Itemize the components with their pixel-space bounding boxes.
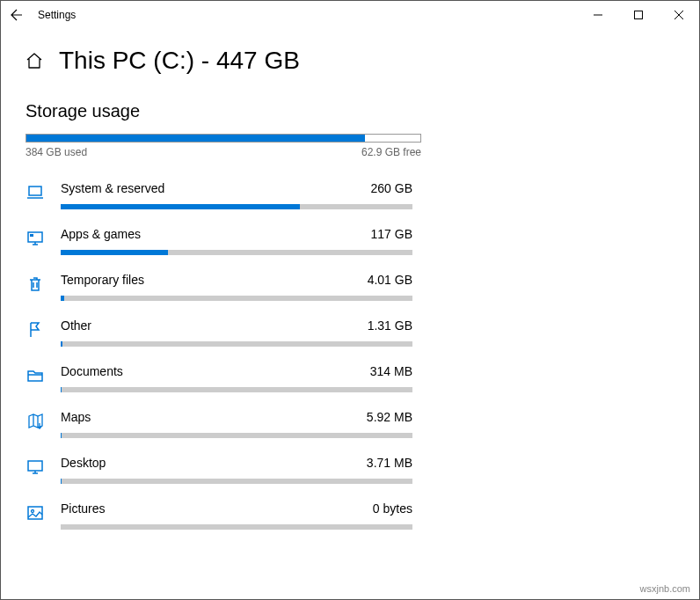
trash-icon bbox=[26, 274, 45, 294]
svg-rect-0 bbox=[635, 11, 643, 19]
category-size: 5.92 MB bbox=[367, 410, 412, 424]
picture-icon bbox=[26, 503, 45, 523]
category-name: Desktop bbox=[61, 456, 106, 470]
category-bar bbox=[61, 250, 412, 255]
category-bar bbox=[61, 296, 412, 301]
free-label: 62.9 GB free bbox=[361, 146, 421, 158]
svg-rect-3 bbox=[30, 234, 33, 237]
category-bar bbox=[61, 524, 412, 530]
category-row[interactable]: Pictures0 bytes bbox=[26, 493, 674, 538]
home-icon[interactable] bbox=[26, 52, 43, 70]
category-bar bbox=[61, 479, 412, 484]
laptop-icon bbox=[26, 183, 45, 202]
category-name: Documents bbox=[61, 364, 123, 378]
svg-rect-1 bbox=[29, 187, 41, 195]
watermark: wsxjnb.com bbox=[640, 583, 690, 594]
maximize-button[interactable] bbox=[618, 1, 659, 29]
category-row[interactable]: Apps & games117 GB bbox=[26, 218, 674, 264]
category-row[interactable]: Maps5.92 MB bbox=[26, 401, 674, 447]
page-title: This PC (C:) - 447 GB bbox=[59, 47, 300, 75]
window-title: Settings bbox=[38, 9, 76, 21]
folder-icon bbox=[26, 366, 45, 385]
category-size: 1.31 GB bbox=[368, 318, 412, 333]
category-name: Other bbox=[61, 318, 91, 333]
category-size: 0 bytes bbox=[373, 501, 412, 516]
svg-rect-2 bbox=[28, 232, 42, 242]
category-name: Temporary files bbox=[61, 273, 144, 287]
minimize-button[interactable] bbox=[578, 1, 618, 29]
map-icon bbox=[26, 412, 45, 431]
category-size: 260 GB bbox=[371, 181, 412, 195]
close-button[interactable] bbox=[659, 1, 699, 29]
category-row[interactable]: Desktop3.71 MB bbox=[26, 447, 674, 493]
category-name: System & reserved bbox=[61, 181, 164, 195]
category-bar bbox=[61, 387, 412, 392]
category-row[interactable]: Documents314 MB bbox=[26, 355, 674, 401]
category-bar bbox=[61, 341, 412, 347]
used-label: 384 GB used bbox=[26, 146, 87, 158]
category-bar bbox=[61, 433, 412, 438]
category-name: Pictures bbox=[61, 501, 106, 516]
svg-rect-4 bbox=[28, 461, 42, 471]
category-size: 3.71 MB bbox=[367, 456, 412, 470]
category-size: 314 MB bbox=[370, 364, 412, 378]
category-size: 117 GB bbox=[371, 227, 412, 241]
desktop-icon bbox=[26, 457, 45, 477]
category-row[interactable]: Temporary files4.01 GB bbox=[26, 264, 674, 310]
back-button[interactable] bbox=[10, 8, 24, 22]
titlebar: Settings bbox=[1, 1, 699, 29]
category-row[interactable]: Other1.31 GB bbox=[26, 310, 674, 355]
monitor-icon bbox=[26, 229, 45, 248]
category-size: 4.01 GB bbox=[368, 273, 412, 287]
flag-icon bbox=[26, 320, 45, 340]
category-bar bbox=[61, 204, 412, 209]
storage-usage-heading: Storage usage bbox=[26, 101, 674, 121]
overall-usage-bar bbox=[26, 134, 421, 143]
category-name: Apps & games bbox=[61, 227, 141, 241]
category-row[interactable]: System & reserved260 GB bbox=[26, 172, 674, 218]
svg-point-6 bbox=[32, 510, 34, 513]
category-name: Maps bbox=[61, 410, 91, 424]
